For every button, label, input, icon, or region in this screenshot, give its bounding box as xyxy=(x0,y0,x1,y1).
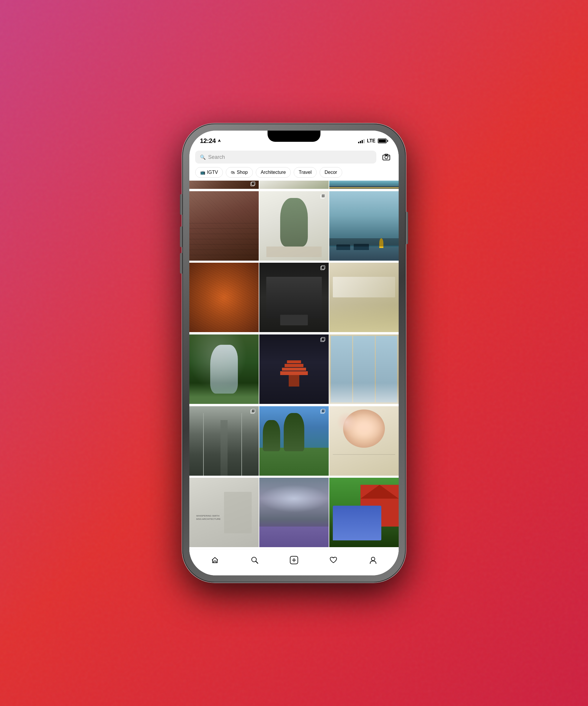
location-arrow-icon xyxy=(218,139,221,143)
search-bar-row: 🔍 Search xyxy=(195,151,393,163)
chip-architecture-label: Architecture xyxy=(261,170,286,175)
grid-cell-1[interactable] xyxy=(190,191,259,261)
grid-cell-8[interactable] xyxy=(259,335,329,404)
chip-igtv[interactable]: 📺 IGTV xyxy=(195,167,223,178)
search-input-container[interactable]: 🔍 Search xyxy=(195,151,376,163)
search-area: 🔍 Search xyxy=(190,148,398,166)
grid-cell-10[interactable] xyxy=(190,406,259,476)
svg-point-1 xyxy=(385,156,388,159)
multi-post-icon-11 xyxy=(320,408,326,415)
tv-icon: 📺 xyxy=(200,170,205,175)
grid-cell-13[interactable]: WHISPERING SMITH MSG ARCHITECTURE xyxy=(190,478,259,547)
architecture-text-line1: WHISPERING SMITH xyxy=(196,514,221,517)
chip-shop[interactable]: 🛍 Shop xyxy=(226,167,253,178)
chip-travel-label: Travel xyxy=(299,170,312,175)
bottom-nav xyxy=(190,549,398,576)
chip-decor[interactable]: Decor xyxy=(320,167,342,178)
status-icons: LTE xyxy=(358,138,388,144)
camera-icon xyxy=(382,153,390,161)
screen-content: 12:24 LTE xyxy=(190,130,398,576)
chip-travel[interactable]: Travel xyxy=(294,167,317,178)
chip-shop-label: Shop xyxy=(237,170,248,175)
grid-cell-15[interactable] xyxy=(329,478,398,547)
battery-icon xyxy=(378,139,388,143)
grid-cell-14[interactable] xyxy=(259,478,329,547)
grid-cell-5[interactable] xyxy=(259,263,329,332)
chip-architecture[interactable]: Architecture xyxy=(256,167,291,178)
search-placeholder: Search xyxy=(208,154,225,160)
grid-cell-7[interactable] xyxy=(190,335,259,404)
svg-rect-13 xyxy=(251,409,255,413)
grid-cell-partial-1[interactable] xyxy=(190,181,259,189)
add-icon xyxy=(290,556,298,564)
multi-post-icon xyxy=(250,181,256,188)
signal-icon xyxy=(358,139,365,143)
home-icon xyxy=(211,556,219,564)
multi-post-icon-8 xyxy=(320,337,326,343)
bag-icon: 🛍 xyxy=(231,170,235,175)
search-icon: 🔍 xyxy=(200,154,206,160)
multi-post-icon-10 xyxy=(250,408,256,415)
chip-igtv-label: IGTV xyxy=(207,170,218,175)
status-time: 12:24 xyxy=(200,137,216,145)
category-row: 📺 IGTV 🛍 Shop Architecture Travel Decor xyxy=(190,166,398,181)
multi-post-icon-2 xyxy=(320,194,326,200)
camera-button[interactable] xyxy=(380,151,393,163)
svg-point-3 xyxy=(388,156,389,157)
nav-likes[interactable] xyxy=(325,553,342,567)
svg-rect-5 xyxy=(251,182,255,185)
grid-cell-2[interactable] xyxy=(259,191,329,261)
svg-point-22 xyxy=(371,557,375,561)
grid-cell-3[interactable] xyxy=(329,191,398,261)
multi-post-icon-5 xyxy=(320,265,326,272)
nav-search[interactable] xyxy=(246,553,263,567)
svg-rect-7 xyxy=(321,194,325,197)
grid-cell-11[interactable] xyxy=(259,406,329,476)
grid-cell-6[interactable] xyxy=(329,263,398,332)
architecture-text-label: WHISPERING SMITH MSG ARCHITECTURE xyxy=(196,514,221,521)
svg-rect-9 xyxy=(321,266,325,269)
search-nav-icon xyxy=(251,556,259,564)
nav-add[interactable] xyxy=(285,553,303,567)
notch xyxy=(267,130,321,142)
grid-cell-partial-2[interactable] xyxy=(259,181,329,189)
nav-profile[interactable] xyxy=(364,553,382,567)
nav-home[interactable] xyxy=(206,553,224,567)
grid-cell-9[interactable] xyxy=(329,335,398,404)
phone-mockup: 12:24 LTE xyxy=(182,124,406,582)
network-type: LTE xyxy=(367,138,375,144)
grid-cell-4[interactable] xyxy=(190,263,259,332)
profile-icon xyxy=(369,556,377,564)
heart-icon xyxy=(329,556,337,564)
svg-rect-15 xyxy=(321,409,325,413)
grid-cell-12[interactable] xyxy=(329,406,398,476)
architecture-text-line2: MSG ARCHITECTURE xyxy=(196,517,221,521)
photo-grid: WHISPERING SMITH MSG ARCHITECTURE xyxy=(190,181,398,549)
chip-decor-label: Decor xyxy=(325,170,337,175)
phone-screen: 12:24 LTE xyxy=(190,130,398,576)
grid-cell-partial-3[interactable] xyxy=(329,181,398,189)
svg-rect-16 xyxy=(214,561,216,563)
svg-rect-11 xyxy=(321,338,325,341)
svg-line-18 xyxy=(256,561,258,563)
